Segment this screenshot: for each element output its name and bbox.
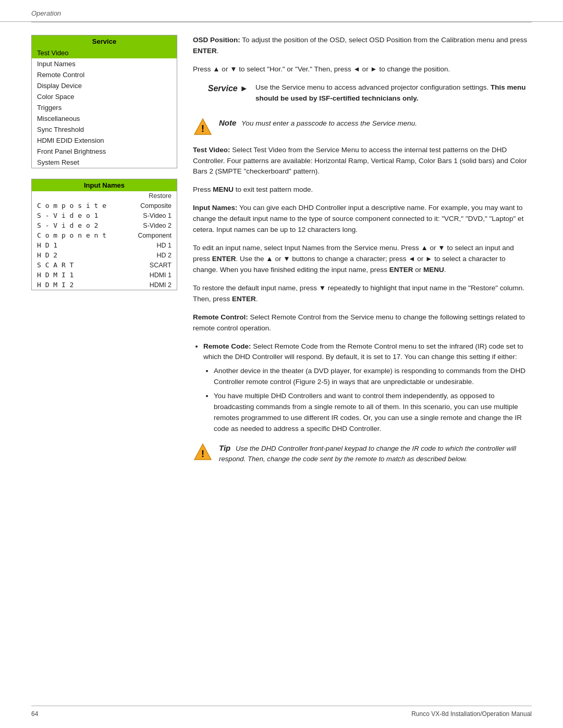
service-menu-item[interactable]: Input Names: [32, 58, 177, 69]
input-names-edit-para: To edit an input name, select Input Name…: [193, 243, 532, 276]
list-item: H D 2HD 2: [32, 250, 177, 260]
osd-text: To adjust the position of the OSD, selec…: [240, 36, 528, 44]
right-column: OSD Position: To adjust the position of …: [193, 35, 532, 465]
svg-text:!: !: [201, 449, 204, 459]
osd-enter: ENTER: [193, 47, 217, 55]
service-menu-item[interactable]: Color Space: [32, 91, 177, 102]
list-item: H D M I 1HDMI 1: [32, 270, 177, 280]
page-number: 64: [31, 710, 38, 718]
input-names-header: Input Names: [32, 179, 177, 191]
tip-icon: !: [193, 442, 213, 462]
header-label: Operation: [31, 9, 61, 17]
list-item: H D M I 2HDMI 2: [32, 280, 177, 290]
input-names-box: Input Names Restore C o m p o s i t eCom…: [31, 179, 177, 290]
service-menu-item[interactable]: Triggers: [32, 102, 177, 113]
input-names-blank-col: [32, 191, 125, 201]
list-item: S - V i d e o 2S-Video 2: [32, 220, 177, 230]
note-content: Note You must enter a passcode to access…: [219, 117, 417, 129]
list-item: C o m p o n e n tComponent: [32, 230, 177, 240]
service-menu-header: Service: [32, 35, 177, 47]
svg-text:!: !: [201, 124, 204, 134]
page-header: Operation: [0, 0, 563, 22]
remote-bullet-2: You have multiple DHD Controllers and wa…: [214, 391, 532, 435]
service-menu-item[interactable]: Display Device: [32, 80, 177, 91]
page-footer: 64 Runco VX-8d Installation/Operation Ma…: [31, 706, 532, 718]
service-menu-item[interactable]: Sync Threshold: [32, 124, 177, 135]
osd-arrows-para: Press ▲ or ▼ to select "Hor." or "Ver." …: [193, 64, 532, 75]
service-menu-box: Service Test VideoInput NamesRemote Cont…: [31, 35, 177, 168]
input-names-para: Input Names: You can give each DHD Contr…: [193, 203, 532, 236]
tip-text: Use the DHD Controller front-panel keypa…: [219, 445, 516, 463]
press-menu-para: Press MENU to exit test pattern mode.: [193, 184, 532, 195]
osd-bold: OSD Position:: [193, 36, 240, 44]
service-heading-row: Service ► Use the Service menu to access…: [193, 82, 532, 112]
input-names-restore-para: To restore the default input name, press…: [193, 283, 532, 305]
note-box: ! Note You must enter a passcode to acce…: [193, 117, 532, 137]
service-menu-item[interactable]: HDMI EDID Extension: [32, 135, 177, 146]
remote-control-para: Remote Control: Select Remote Control fr…: [193, 312, 532, 334]
osd-end: .: [217, 47, 219, 55]
list-item: S - V i d e o 1S-Video 1: [32, 211, 177, 220]
service-menu-item[interactable]: Remote Control: [32, 69, 177, 80]
input-names-table: Restore C o m p o s i t eCompositeS - V …: [32, 191, 177, 290]
note-text: You must enter a passcode to access the …: [241, 119, 417, 127]
tip-label: Tip: [219, 443, 230, 452]
service-menu-item[interactable]: Front Panel Brightness: [32, 146, 177, 157]
test-video-para: Test Video: Select Test Video from the S…: [193, 145, 532, 178]
service-menu-item[interactable]: System Reset: [32, 157, 177, 168]
manual-title: Runco VX-8d Installation/Operation Manua…: [411, 710, 532, 718]
osd-position-para: OSD Position: To adjust the position of …: [193, 35, 532, 57]
remote-code-item: Remote Code: Select Remote Code from the…: [203, 341, 532, 435]
service-menu-item[interactable]: Miscellaneous: [32, 113, 177, 124]
left-column: Service Test VideoInput NamesRemote Cont…: [31, 35, 177, 465]
service-label: Service ►: [208, 84, 248, 93]
remote-bullet-1: Another device in the theater (a DVD pla…: [214, 366, 532, 388]
tip-content: Tip Use the DHD Controller front-panel k…: [219, 442, 532, 465]
list-item: S C A R TSCART: [32, 260, 177, 270]
input-names-col-header: Restore: [32, 191, 177, 201]
list-item: H D 1HD 1: [32, 240, 177, 250]
service-menu-items: Test VideoInput NamesRemote ControlDispl…: [32, 47, 177, 168]
note-label: Note: [219, 118, 236, 127]
service-menu-item[interactable]: Test Video: [32, 47, 177, 58]
remote-code-list: Remote Code: Select Remote Code from the…: [203, 341, 532, 435]
note-icon: !: [193, 117, 213, 137]
service-heading-left: Service ►: [193, 82, 255, 95]
tip-box: ! Tip Use the DHD Controller front-panel…: [193, 442, 532, 465]
list-item: C o m p o s i t eComposite: [32, 201, 177, 211]
remote-code-sub-list: Another device in the theater (a DVD pla…: [214, 366, 532, 435]
input-names-restore-col: Restore: [125, 191, 177, 201]
service-intro: Use the Service menu to access advanced …: [255, 82, 532, 112]
